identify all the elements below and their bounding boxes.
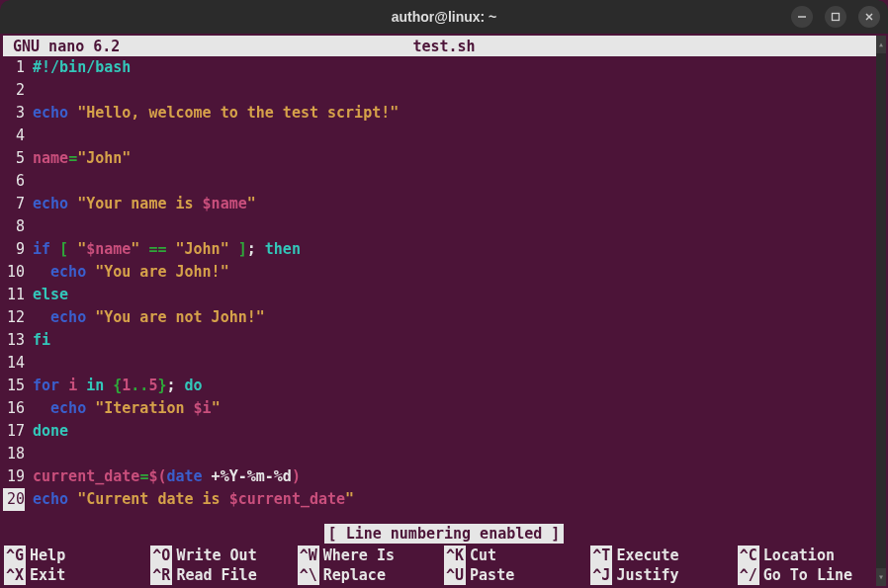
shortcut-item[interactable]: ^OWrite Out [150, 546, 297, 565]
code-line[interactable] [27, 79, 885, 102]
shortcut-label: Replace [323, 565, 386, 585]
code-line[interactable]: done [27, 420, 885, 443]
shortcut-label: Write Out [176, 546, 256, 565]
window-title: author@linux: ~ [392, 9, 497, 25]
code-line[interactable] [27, 170, 885, 193]
maximize-button[interactable] [825, 6, 846, 28]
shortcut-item[interactable]: ^\Replace [298, 565, 444, 585]
shortcut-key: ^W [298, 546, 319, 565]
nano-header: GNU nano 6.2 test.sh [3, 36, 885, 56]
shortcut-item[interactable]: ^TExecute [590, 546, 737, 565]
shortcut-label: Paste [470, 565, 514, 585]
shortcut-item[interactable]: ^/Go To Line [738, 565, 884, 585]
line-number-gutter: 1234567891011121314151617181920 [3, 56, 27, 524]
shortcut-item[interactable]: ^JJustify [590, 565, 737, 585]
line-number: 8 [3, 215, 25, 238]
code-content[interactable]: #!/bin/bashecho "Hello, welcome to the t… [27, 56, 885, 524]
shortcut-key: ^G [4, 546, 26, 565]
editor-area[interactable]: 1234567891011121314151617181920 #!/bin/b… [0, 56, 888, 524]
line-number: 12 [3, 306, 25, 329]
shortcut-key: ^K [444, 546, 466, 565]
code-line[interactable]: else [27, 284, 885, 306]
line-number: 7 [3, 193, 25, 215]
shortcut-label: Help [30, 546, 65, 565]
nano-filename: test.sh [3, 38, 885, 55]
minimize-button[interactable] [791, 6, 813, 28]
code-line[interactable]: current_date=$(date +%Y-%m-%d) [27, 465, 885, 488]
code-line[interactable] [27, 352, 885, 375]
shortcut-key: ^J [590, 565, 612, 585]
line-number: 5 [3, 147, 25, 170]
shortcut-key: ^C [738, 546, 759, 565]
code-line[interactable] [27, 443, 885, 465]
shortcut-item[interactable]: ^XExit [4, 565, 150, 585]
code-line[interactable]: echo "Current date is $current_date" [27, 488, 885, 511]
line-number: 19 [3, 465, 25, 488]
shortcut-key: ^O [150, 546, 172, 565]
code-line[interactable]: if [ "$name" == "John" ]; then [27, 238, 885, 261]
scroll-track[interactable] [876, 53, 886, 568]
code-line[interactable]: echo "Iteration $i" [27, 397, 885, 420]
code-line[interactable]: echo "You are John!" [27, 261, 885, 284]
line-number: 16 [3, 397, 25, 420]
shortcut-key: ^/ [738, 565, 759, 585]
line-number: 6 [3, 170, 25, 193]
shortcut-item[interactable]: ^KCut [444, 546, 590, 565]
scroll-down-icon[interactable]: ▾ [876, 568, 886, 586]
shortcut-label: Exit [30, 565, 65, 585]
status-bar: [ Line numbering enabled ] [0, 524, 888, 544]
shortcut-item[interactable]: ^GHelp [4, 546, 150, 565]
line-number: 4 [3, 125, 25, 147]
line-number: 3 [3, 102, 25, 125]
code-line[interactable] [27, 125, 885, 147]
shortcut-key: ^T [590, 546, 612, 565]
line-number: 13 [3, 329, 25, 352]
line-number: 15 [3, 375, 25, 397]
shortcut-item[interactable]: ^WWhere Is [298, 546, 444, 565]
code-line[interactable]: echo "Hello, welcome to the test script!… [27, 102, 885, 125]
shortcut-item[interactable]: ^RRead File [150, 565, 297, 585]
svg-rect-1 [833, 14, 840, 21]
line-number: 14 [3, 352, 25, 375]
close-button[interactable] [858, 6, 880, 28]
shortcut-label: Cut [470, 546, 496, 565]
line-number: 18 [3, 443, 25, 465]
shortcut-item[interactable]: ^UPaste [444, 565, 590, 585]
line-number: 2 [3, 79, 25, 102]
window-controls [791, 6, 880, 28]
scroll-up-icon[interactable]: ▴ [876, 36, 886, 53]
shortcut-label: Where Is [323, 546, 395, 565]
shortcut-key: ^U [444, 565, 466, 585]
code-line[interactable]: fi [27, 329, 885, 352]
code-line[interactable] [27, 215, 885, 238]
line-number: 17 [3, 420, 25, 443]
window-titlebar: author@linux: ~ [0, 0, 888, 34]
line-number: 20 [3, 488, 25, 511]
shortcut-label: Location [763, 546, 835, 565]
shortcut-key: ^R [150, 565, 172, 585]
scrollbar[interactable]: ▴ ▾ [876, 36, 886, 586]
code-line[interactable]: #!/bin/bash [27, 56, 885, 79]
shortcut-item[interactable]: ^CLocation [738, 546, 884, 565]
shortcut-label: Go To Line [763, 565, 852, 585]
line-number: 10 [3, 261, 25, 284]
code-line[interactable]: for i in {1..5}; do [27, 375, 885, 397]
shortcut-label: Read File [176, 565, 256, 585]
shortcut-key: ^X [4, 565, 26, 585]
line-number: 11 [3, 284, 25, 306]
code-line[interactable]: name="John" [27, 147, 885, 170]
code-line[interactable]: echo "You are not John!" [27, 306, 885, 329]
shortcut-label: Justify [616, 565, 678, 585]
code-line[interactable]: echo "Your name is $name" [27, 193, 885, 215]
shortcut-bar: ^GHelp^OWrite Out^WWhere Is^KCut^TExecut… [0, 546, 888, 588]
shortcut-key: ^\ [298, 565, 319, 585]
line-number: 9 [3, 238, 25, 261]
status-message: [ Line numbering enabled ] [324, 524, 565, 544]
shortcut-label: Execute [616, 546, 678, 565]
nano-app-name: GNU nano 6.2 [11, 38, 120, 55]
line-number: 1 [3, 56, 25, 79]
